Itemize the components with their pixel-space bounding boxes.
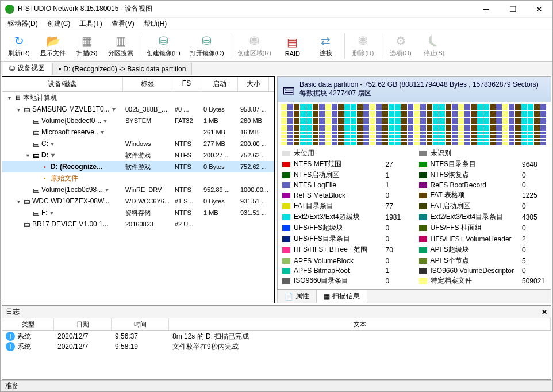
sector-block	[313, 111, 318, 114]
dropdown-icon[interactable]: ▾	[110, 105, 118, 113]
expand-icon[interactable]: ▾	[15, 106, 22, 113]
col-size[interactable]: 大小	[238, 77, 269, 91]
maximize-button[interactable]: ☐	[500, 1, 526, 18]
menu-item[interactable]: 创建(C)	[43, 18, 75, 30]
sector-block	[351, 125, 356, 128]
sector-block	[408, 111, 413, 114]
dropdown-icon[interactable]: ▾	[49, 151, 57, 159]
device-row[interactable]: 🖴Volume{1ecb0c98-..▾WinRE_DRVNTFS952.89 …	[2, 184, 274, 195]
sector-block	[294, 128, 299, 131]
legend-value: 0	[386, 235, 410, 243]
log-col-text[interactable]: 文本	[169, 318, 551, 330]
view-tab[interactable]: ▪D: (Recognized0) -> Basic data partitio…	[52, 63, 192, 75]
sector-block	[281, 132, 287, 134]
sector-block	[420, 128, 426, 131]
sector-map[interactable]	[278, 102, 551, 145]
device-row[interactable]: 🖴C:▾WindowsNTFS277 MB200.00 ...	[2, 138, 274, 149]
sector-block	[521, 139, 527, 141]
device-icon: 🖴	[22, 105, 31, 113]
log-col-type[interactable]: 类型	[2, 318, 54, 330]
device-row[interactable]: ▾🖴SAMSUNG MZVLB1T0...▾0025_388B_9...#0 .…	[2, 103, 274, 115]
view-tab[interactable]: ⛁设备视图	[3, 61, 51, 75]
sector-block	[306, 121, 312, 124]
sector-block	[509, 125, 514, 128]
legend-name: HFS/HFS+ VolumeHeader	[431, 235, 519, 243]
sector-block	[458, 121, 464, 124]
log-body[interactable]: i系统2020/12/79:56:378m 12s 的 D: 扫描已完成i系统2…	[2, 331, 551, 379]
log-col-date[interactable]: 日期	[54, 318, 112, 330]
menu-item[interactable]: 驱动器(D)	[3, 18, 43, 30]
sector-block	[427, 135, 432, 138]
expand-icon[interactable]: ▾	[6, 95, 13, 101]
device-tree[interactable]: ▾🖥本地计算机▾🖴SAMSUNG MZVLB1T0...▾0025_388B_9…	[2, 92, 274, 303]
device-row[interactable]: ▾🖥本地计算机	[2, 92, 274, 103]
sector-block	[389, 121, 394, 124]
toolbar-button[interactable]: ⛁打开镜像(O)	[186, 32, 228, 60]
menu-item[interactable]: 工具(T)	[75, 18, 106, 30]
legend-swatch	[282, 247, 290, 253]
dropdown-icon[interactable]: ▾	[101, 117, 109, 125]
device-row[interactable]: ▪D: (Recognize...软件游戏NTFS0 Bytes752.62 .…	[2, 161, 274, 172]
toolbar-button[interactable]: ▦扫描(S)	[71, 32, 103, 60]
toolbar-button[interactable]: 📂显示文件	[36, 32, 70, 60]
sector-block	[319, 104, 325, 107]
sector-block	[540, 128, 546, 131]
device-row[interactable]: ▾🖴D:▾软件游戏NTFS200.27 ...752.62 ...	[2, 149, 274, 161]
sector-block	[325, 132, 331, 134]
sector-block	[509, 104, 514, 107]
sector-block	[351, 104, 356, 107]
device-row[interactable]: 🖴Microsoft reserve..▾261 MB16 MB	[2, 126, 274, 138]
sector-block	[502, 128, 508, 131]
col-start[interactable]: 启动	[201, 77, 238, 91]
log-row[interactable]: i系统2020/12/79:56:378m 12s 的 D: 扫描已完成	[2, 331, 551, 341]
close-button[interactable]: ✕	[526, 1, 552, 18]
sector-block	[300, 135, 306, 138]
expand-icon[interactable]: ▾	[24, 152, 31, 159]
minimize-button[interactable]: ─	[473, 1, 500, 18]
log-col-time[interactable]: 时间	[112, 318, 169, 330]
sector-block	[521, 107, 527, 110]
sector-block	[540, 135, 546, 138]
sector-block	[414, 118, 420, 121]
toolbar-button[interactable]: ⛁创建镜像(E)	[143, 32, 185, 60]
device-row[interactable]: ▾🖴WDC WD10EZEX-08W...WD-WCC6Y6...#1 S...…	[2, 195, 274, 207]
sector-block	[502, 121, 508, 124]
toolbar-button[interactable]: ▥分区搜索	[104, 32, 137, 60]
info-tab[interactable]: 📄属性	[278, 290, 317, 303]
sector-block	[281, 114, 287, 117]
device-row[interactable]: 🖴BR17 DEVICE V1.00 1...20160823#2 U...	[2, 218, 274, 230]
sector-block	[363, 128, 369, 131]
expand-icon[interactable]: ▾	[15, 198, 22, 205]
sector-block	[528, 139, 533, 141]
info-tab[interactable]: ▦扫描信息	[317, 290, 367, 303]
log-row[interactable]: i系统2020/12/79:58:19文件枚举在9秒内完成	[2, 341, 551, 352]
col-fs[interactable]: FS	[172, 77, 201, 91]
legend-name: APFS BitmapRoot	[294, 267, 382, 275]
device-row[interactable]: 🖴Volume{0bedecf0-..▾SYSTEMFAT321 MB260 M…	[2, 115, 274, 126]
legend-name: UFS/FFS 柱面组	[431, 223, 519, 233]
sector-block	[458, 111, 464, 114]
sector-block	[420, 114, 426, 117]
toolbar-button[interactable]: ↻刷新(R)	[3, 32, 35, 60]
sector-block	[496, 107, 502, 110]
dropdown-icon[interactable]: ▾	[48, 140, 56, 148]
sector-block	[376, 104, 382, 107]
sector-block	[483, 118, 489, 121]
device-row[interactable]: 🖴F:▾资料存储NTFS1 MB931.51 ...	[2, 207, 274, 218]
dropdown-icon[interactable]: ▾	[103, 186, 111, 194]
menu-item[interactable]: 帮助(H)	[139, 18, 172, 30]
dropdown-icon[interactable]: ▾	[98, 128, 106, 136]
sector-block	[294, 121, 299, 124]
device-row[interactable]: ▪原始文件	[2, 172, 274, 184]
dropdown-icon[interactable]: ▾	[48, 209, 56, 217]
legend-row: FAT目录条目77	[282, 201, 410, 211]
toolbar-button[interactable]: ▤RAID	[276, 32, 309, 60]
log-close-icon[interactable]: ✕	[542, 308, 547, 316]
col-label[interactable]: 标签	[123, 77, 172, 91]
sector-block	[528, 104, 533, 107]
scan-info-box: 🖴 Basic data partition - 752.62 GB (8081…	[277, 76, 551, 290]
col-device[interactable]: 设备/磁盘	[2, 77, 123, 91]
sector-block	[477, 125, 483, 128]
menu-item[interactable]: 查看(V)	[107, 18, 139, 30]
toolbar-button[interactable]: ⇄连接	[310, 32, 342, 60]
